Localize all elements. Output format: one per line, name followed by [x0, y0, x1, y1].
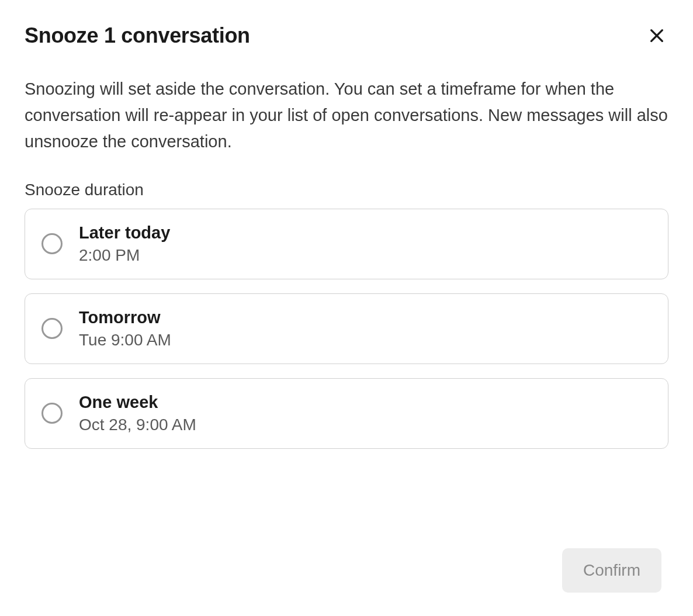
close-icon — [647, 26, 666, 45]
radio-tomorrow[interactable] — [41, 318, 63, 339]
modal-description: Snoozing will set aside the conversation… — [25, 76, 668, 155]
radio-one-week[interactable] — [41, 403, 63, 424]
option-one-week[interactable]: One week Oct 28, 9:00 AM — [25, 378, 668, 449]
confirm-button[interactable]: Confirm — [562, 548, 661, 593]
option-tomorrow[interactable]: Tomorrow Tue 9:00 AM — [25, 293, 668, 364]
close-button[interactable] — [645, 24, 668, 47]
modal-footer: Confirm — [562, 548, 661, 593]
option-later-today[interactable]: Later today 2:00 PM — [25, 209, 668, 279]
option-text: Tomorrow Tue 9:00 AM — [79, 308, 171, 349]
snooze-duration-label: Snooze duration — [25, 181, 668, 199]
modal-header: Snooze 1 conversation — [25, 23, 668, 48]
option-title: One week — [79, 393, 196, 412]
option-subtitle: 2:00 PM — [79, 246, 170, 265]
modal-title: Snooze 1 conversation — [25, 23, 250, 48]
option-text: One week Oct 28, 9:00 AM — [79, 393, 196, 434]
snooze-options: Later today 2:00 PM Tomorrow Tue 9:00 AM… — [25, 209, 668, 449]
option-subtitle: Tue 9:00 AM — [79, 331, 171, 349]
option-subtitle: Oct 28, 9:00 AM — [79, 416, 196, 434]
option-text: Later today 2:00 PM — [79, 223, 170, 265]
radio-later-today[interactable] — [41, 233, 63, 254]
option-title: Tomorrow — [79, 308, 171, 327]
option-title: Later today — [79, 223, 170, 243]
